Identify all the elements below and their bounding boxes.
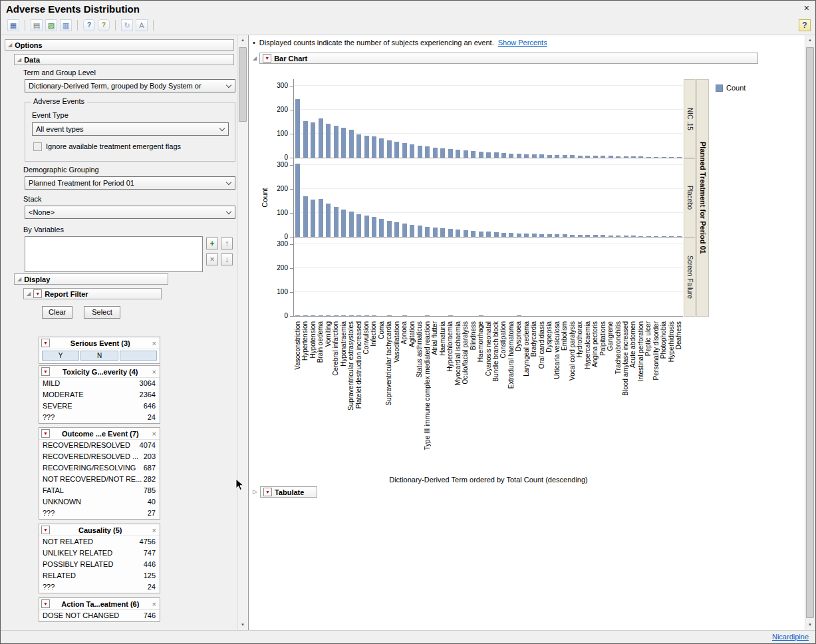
- filter-level-row[interactable]: RECOVERING/RESOLVING687: [39, 462, 160, 474]
- bar[interactable]: [364, 216, 369, 237]
- bar[interactable]: [494, 152, 499, 158]
- bar[interactable]: [418, 146, 422, 158]
- filter-level-row[interactable]: POSSIBLY RELATED446: [39, 559, 160, 570]
- bar[interactable]: [349, 315, 354, 316]
- filter-level-row[interactable]: SEVERE646: [39, 401, 160, 412]
- journal-icon[interactable]: ▤: [31, 19, 43, 31]
- filter-level-block[interactable]: [120, 351, 157, 361]
- bar[interactable]: [394, 142, 399, 158]
- bar[interactable]: [311, 315, 315, 316]
- bar[interactable]: [303, 121, 308, 158]
- report-scrollbar[interactable]: ▲ ▼: [805, 35, 815, 630]
- bar[interactable]: [410, 144, 414, 158]
- bar[interactable]: [448, 149, 453, 158]
- bar[interactable]: [295, 99, 300, 158]
- bar[interactable]: [601, 235, 605, 237]
- bar[interactable]: [509, 154, 513, 158]
- bar[interactable]: [509, 233, 513, 237]
- bar[interactable]: [555, 155, 559, 158]
- bar[interactable]: [334, 207, 339, 237]
- bar[interactable]: [326, 204, 331, 237]
- close-icon[interactable]: ×: [151, 526, 158, 534]
- bar[interactable]: [295, 164, 300, 237]
- bar[interactable]: [379, 138, 384, 158]
- bar[interactable]: [456, 150, 460, 158]
- bar[interactable]: [624, 236, 628, 237]
- red-triangle-menu-icon[interactable]: ▼: [41, 599, 50, 608]
- bar[interactable]: [479, 152, 483, 158]
- bar[interactable]: [563, 155, 567, 158]
- bar[interactable]: [547, 155, 552, 158]
- demographic-grouping-combo[interactable]: Planned Treatment for Period 01: [25, 176, 235, 190]
- filter-level-row[interactable]: FATAL785: [39, 485, 160, 496]
- bar[interactable]: [418, 226, 422, 237]
- bar[interactable]: [486, 232, 491, 237]
- bar[interactable]: [402, 315, 407, 316]
- bar[interactable]: [402, 143, 407, 158]
- bar[interactable]: [464, 230, 468, 237]
- bar[interactable]: [326, 315, 331, 316]
- bar[interactable]: [433, 148, 438, 158]
- options-scrollbar-thumb[interactable]: [239, 47, 247, 122]
- tabulate-menu-icon[interactable]: ▼: [263, 488, 272, 496]
- filter-level-row[interactable]: ???24: [39, 581, 160, 593]
- bar[interactable]: [464, 150, 468, 158]
- bar[interactable]: [570, 155, 575, 158]
- filter-level-row[interactable]: UNLIKELY RELATED747: [39, 548, 160, 559]
- bar[interactable]: [440, 228, 445, 237]
- bar-chart-header[interactable]: ◢ ▼ Bar Chart: [253, 53, 758, 64]
- bar[interactable]: [402, 224, 407, 237]
- bar[interactable]: [532, 154, 537, 158]
- bar[interactable]: [486, 152, 491, 158]
- bar[interactable]: [394, 222, 399, 237]
- close-icon[interactable]: ×: [804, 3, 809, 13]
- clear-button[interactable]: Clear: [42, 306, 72, 319]
- close-icon[interactable]: ×: [151, 600, 158, 608]
- bar[interactable]: [334, 126, 339, 158]
- bar[interactable]: [356, 214, 361, 237]
- bar[interactable]: [471, 151, 476, 158]
- bar[interactable]: [517, 234, 521, 237]
- bar[interactable]: [341, 315, 346, 316]
- filter-level-block[interactable]: N: [80, 351, 118, 361]
- disclosure-collapsed-icon[interactable]: ▷: [253, 489, 257, 495]
- bar[interactable]: [479, 315, 483, 316]
- scroll-down-icon[interactable]: ▼: [238, 620, 247, 630]
- scroll-up-icon[interactable]: ▲: [805, 35, 815, 45]
- bar[interactable]: [532, 234, 537, 237]
- bar[interactable]: [448, 229, 453, 237]
- bar[interactable]: [593, 156, 598, 158]
- disclosure-open-icon[interactable]: ◢: [253, 56, 257, 61]
- bar[interactable]: [654, 236, 658, 237]
- bar[interactable]: [501, 233, 506, 237]
- bar[interactable]: [364, 315, 369, 316]
- bar[interactable]: [524, 234, 529, 237]
- filter-level-row[interactable]: NOT RELATED4756: [39, 536, 160, 548]
- close-icon[interactable]: ×: [151, 430, 158, 438]
- bar[interactable]: [319, 118, 323, 158]
- red-triangle-menu-icon[interactable]: ▼: [41, 526, 50, 534]
- bar[interactable]: [471, 231, 476, 237]
- bar[interactable]: [609, 156, 613, 158]
- bar[interactable]: [349, 130, 354, 158]
- bar[interactable]: [601, 156, 605, 158]
- bar[interactable]: [311, 200, 315, 237]
- bar[interactable]: [448, 315, 453, 316]
- bar[interactable]: [425, 146, 430, 158]
- event-type-combo[interactable]: All event types: [32, 122, 229, 136]
- bar[interactable]: [524, 154, 529, 158]
- scroll-up-icon[interactable]: ▲: [238, 35, 247, 45]
- bar[interactable]: [303, 196, 308, 237]
- bar[interactable]: [646, 236, 651, 237]
- bar[interactable]: [356, 134, 361, 158]
- bar[interactable]: [539, 234, 544, 237]
- bar[interactable]: [425, 315, 430, 316]
- bar[interactable]: [654, 157, 658, 158]
- filter-level-row[interactable]: ???24: [39, 412, 160, 423]
- bar[interactable]: [609, 236, 613, 237]
- filter-level-block[interactable]: Y: [42, 351, 79, 361]
- bar[interactable]: [341, 210, 346, 237]
- close-icon[interactable]: ×: [151, 368, 158, 376]
- bar[interactable]: [638, 156, 643, 158]
- bar[interactable]: [547, 234, 552, 237]
